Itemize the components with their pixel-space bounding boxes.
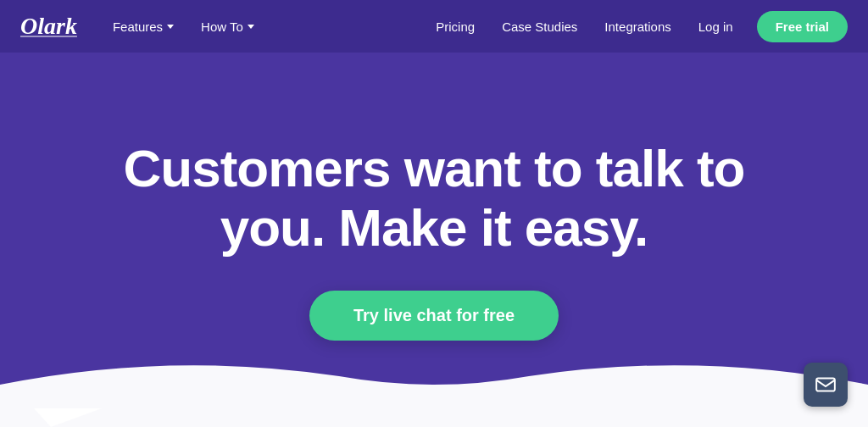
chat-widget-button[interactable] [804,363,848,407]
nav-pricing[interactable]: Pricing [424,13,487,41]
hero-title: Customers want to talk to you. Make it e… [124,139,745,257]
free-trial-button[interactable]: Free trial [757,11,848,42]
chat-envelope-icon [815,374,837,396]
nav-features[interactable]: Features [101,13,186,41]
nav-howto-label: How To [201,19,243,34]
nav-features-label: Features [113,19,163,34]
logo[interactable]: Olark [20,13,77,40]
bubble-decoration [0,351,868,427]
nav-pricing-label: Pricing [436,19,475,34]
hero-cta-button[interactable]: Try live chat for free [309,291,559,341]
nav-case-studies-label: Case Studies [502,19,577,34]
nav-left: Features How To [101,13,266,41]
chevron-down-icon [248,25,254,29]
svg-rect-0 [816,378,835,391]
nav-login[interactable]: Log in [687,13,745,41]
hero-title-line1: Customers want to talk to [124,139,745,197]
navbar: Olark Features How To Pricing Case Studi… [0,0,868,53]
nav-howto[interactable]: How To [189,13,266,41]
hero-title-line2: you. Make it easy. [220,198,648,257]
chevron-down-icon [167,25,174,29]
nav-integrations-label: Integrations [604,19,670,34]
nav-case-studies[interactable]: Case Studies [490,13,589,41]
hero-section: Customers want to talk to you. Make it e… [0,53,868,427]
nav-integrations[interactable]: Integrations [593,13,682,41]
nav-right: Pricing Case Studies Integrations Log in… [424,11,848,42]
nav-login-label: Log in [698,19,733,34]
